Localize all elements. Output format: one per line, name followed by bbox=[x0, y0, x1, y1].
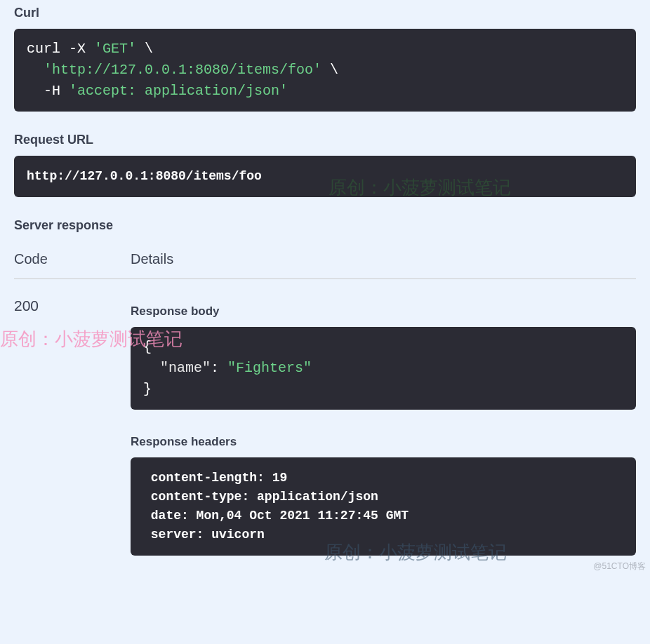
code-text: -H bbox=[27, 83, 69, 99]
curl-code-block[interactable]: curl -X 'GET' \ 'http://127.0.0.1:8080/i… bbox=[14, 29, 636, 112]
details-column-header: Details bbox=[131, 251, 636, 267]
response-body-heading: Response body bbox=[131, 297, 636, 327]
code-text: 'accept: application/json' bbox=[69, 83, 288, 99]
code-text: { bbox=[143, 339, 152, 355]
request-url-heading: Request URL bbox=[14, 127, 636, 156]
response-table-header: Code Details bbox=[14, 241, 636, 279]
blog-tag: @51CTO博客 bbox=[593, 561, 646, 572]
response-headers-text: content-length: 19 content-type: applica… bbox=[143, 471, 416, 542]
code-text: \ bbox=[136, 41, 153, 57]
status-code: 200 bbox=[14, 297, 131, 556]
code-text bbox=[27, 62, 44, 78]
code-text: "Fighters" bbox=[227, 360, 312, 376]
code-text: 'GET' bbox=[94, 41, 136, 57]
response-body-block[interactable]: { "name": "Fighters" } bbox=[131, 327, 636, 410]
curl-heading: Curl bbox=[14, 0, 636, 29]
request-url-text: http://127.0.0.1:8080/items/foo bbox=[27, 169, 262, 183]
code-text: \ bbox=[321, 62, 338, 78]
response-row: 200 Response body { "name": "Fighters" }… bbox=[14, 279, 636, 556]
response-table: Code Details 200 Response body { "name":… bbox=[14, 241, 636, 556]
request-url-block[interactable]: http://127.0.0.1:8080/items/foo bbox=[14, 156, 636, 197]
response-headers-heading: Response headers bbox=[131, 428, 636, 457]
code-column-header: Code bbox=[14, 251, 131, 267]
response-headers-block[interactable]: content-length: 19 content-type: applica… bbox=[131, 457, 636, 556]
code-text: curl -X bbox=[27, 41, 94, 57]
code-text: "name" bbox=[143, 360, 211, 376]
server-response-heading: Server response bbox=[14, 213, 636, 241]
code-text: } bbox=[143, 381, 152, 397]
code-text: 'http://127.0.0.1:8080/items/foo' bbox=[44, 62, 321, 78]
code-text: : bbox=[211, 360, 227, 376]
